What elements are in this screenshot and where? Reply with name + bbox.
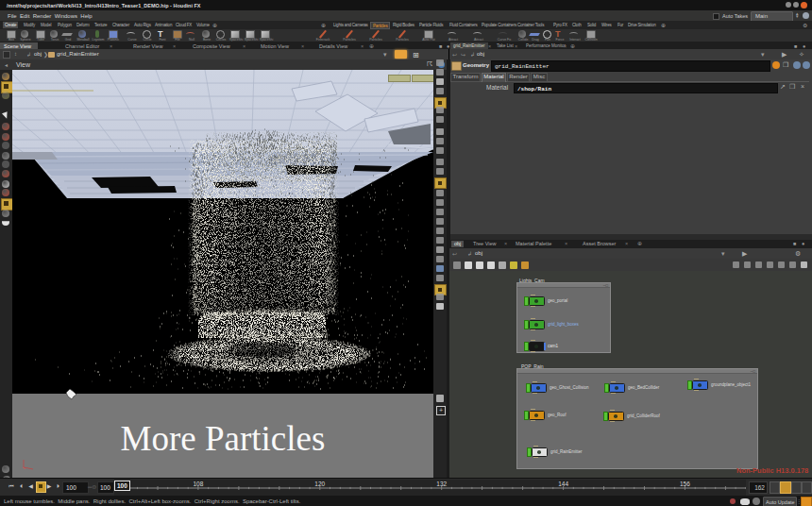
svg-text:144: 144	[558, 481, 568, 487]
svg-text:120: 120	[314, 481, 325, 487]
svg-text:108: 108	[193, 481, 203, 487]
svg-text:156: 156	[680, 481, 690, 487]
svg-text:132: 132	[436, 481, 447, 487]
